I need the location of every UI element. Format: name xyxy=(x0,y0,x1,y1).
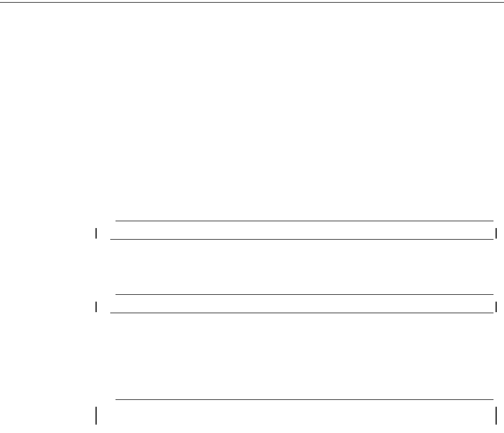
left-tick xyxy=(96,302,97,312)
page-top-rule xyxy=(0,2,504,3)
right-tick xyxy=(496,228,497,239)
field-line-top xyxy=(116,221,494,221)
right-tick xyxy=(496,407,497,425)
form-section-2 xyxy=(110,294,494,313)
field-line-bottom xyxy=(110,313,494,313)
right-tick xyxy=(496,302,497,312)
form-section-3 xyxy=(110,399,494,400)
form-section-1 xyxy=(110,221,494,240)
field-line-top xyxy=(116,399,494,400)
field-line-bottom xyxy=(110,239,494,240)
left-tick xyxy=(96,407,97,425)
left-tick xyxy=(96,228,97,239)
field-line-top xyxy=(116,294,494,295)
